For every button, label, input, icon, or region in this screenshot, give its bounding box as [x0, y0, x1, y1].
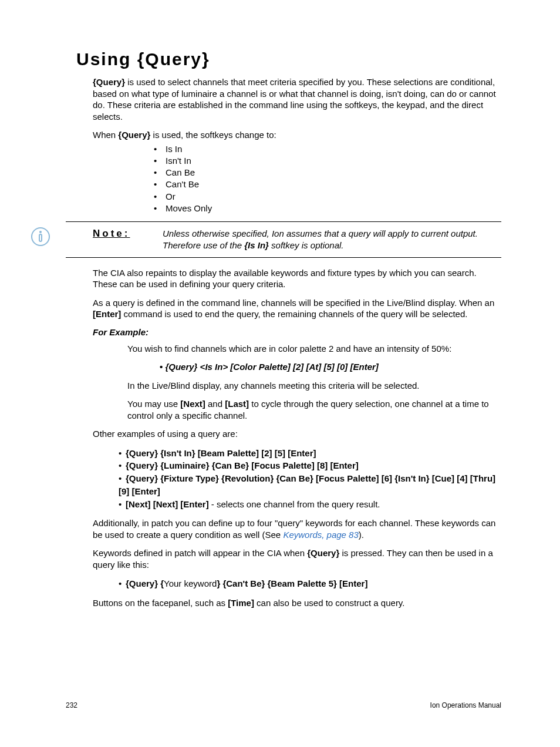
- example-command: • {Query} <Is In> [Color Palette] [2] [A…: [160, 361, 501, 373]
- note-label: Note:: [93, 228, 149, 251]
- text: Keywords defined in patch will appear in…: [93, 548, 307, 558]
- paragraph-facepanel: Buttons on the facepanel, such as [Time]…: [93, 597, 501, 609]
- list-item: Can't Be: [154, 179, 501, 190]
- text-bold: [Next]: [180, 399, 205, 409]
- list-item: Isn't In: [154, 155, 501, 167]
- list-item: {Query} {Isn't In} [Beam Palette] [2] [5…: [119, 447, 501, 460]
- page-number: 232: [66, 701, 77, 709]
- text-bold: {Query} {: [126, 578, 164, 588]
- text: ).: [359, 530, 364, 540]
- list-item: Can Be: [154, 167, 501, 179]
- note-body: Unless otherwise specified, Ion assumes …: [163, 228, 501, 251]
- text: - selects one channel from the query res…: [209, 499, 380, 509]
- text: is used, the softkeys change to:: [150, 130, 276, 140]
- keyword-example-list: {Query} {Your keyword} {Can't Be} {Beam …: [119, 577, 501, 590]
- list-item: {Query} {Your keyword} {Can't Be} {Beam …: [119, 577, 501, 590]
- text-bold: [Time]: [228, 598, 254, 608]
- list-item: {Query} {Fixture Type} {Revolution} {Can…: [119, 472, 501, 498]
- svg-rect-2: [39, 234, 42, 241]
- text: is used to select channels that meet cri…: [93, 77, 496, 122]
- text-bold: {Query} {Isn't In} [Beam Palette] [2] [5…: [126, 448, 316, 458]
- page-title: Using {Query}: [76, 49, 501, 69]
- text: and: [205, 399, 225, 409]
- text: command is used to end the query, the re…: [121, 309, 467, 319]
- text: Buttons on the facepanel, such as: [93, 598, 228, 608]
- text-bold: {Is In}: [244, 240, 269, 250]
- list-item: Is In: [154, 143, 501, 155]
- text-bold: {Query}: [93, 77, 125, 87]
- for-example-label: For Example:: [93, 327, 501, 337]
- text: As a query is defined in the command lin…: [93, 298, 494, 308]
- text-bold: } {Can't Be} {Beam Palette 5} [Enter]: [217, 578, 367, 588]
- list-item: {Query} {Luminaire} {Can Be} [Focus Pale…: [119, 459, 501, 472]
- paragraph-intro: {Query} is used to select channels that …: [93, 76, 501, 122]
- text: When: [93, 130, 118, 140]
- svg-point-1: [39, 231, 42, 233]
- text-bold: {Query} {Luminaire} {Can Be} [Focus Pale…: [126, 460, 359, 470]
- text-bold: {Query}: [307, 548, 339, 558]
- list-item: [Next] [Next] [Enter] - selects one chan…: [119, 498, 501, 511]
- example-intro: You wish to find channels which are in c…: [127, 343, 501, 355]
- list-item: Or: [154, 191, 501, 203]
- text-bold: [Next] [Next] [Enter]: [126, 499, 209, 509]
- text: You may use: [127, 399, 180, 409]
- text-bold: [Last]: [225, 399, 249, 409]
- paragraph-when-query: When {Query} is used, the softkeys chang…: [93, 129, 501, 141]
- text: Your keyword: [164, 578, 217, 588]
- doc-title: Ion Operations Manual: [430, 701, 501, 709]
- text: can also be used to construct a query.: [254, 598, 405, 608]
- text: •: [160, 362, 165, 372]
- paragraph-patch-keywords: Additionally, in patch you can define up…: [93, 517, 501, 540]
- link-keywords-page[interactable]: Keywords, page 83: [283, 530, 358, 540]
- text-bold: {Query} {Fixture Type} {Revolution} {Can…: [119, 473, 495, 496]
- example-next-last: You may use [Next] and [Last] to cycle t…: [127, 398, 501, 421]
- note-block: Note: Unless otherwise specified, Ion as…: [66, 221, 501, 258]
- text: softkey is optional.: [269, 240, 344, 250]
- text-bold: {Query}: [118, 130, 150, 140]
- list-item: Moves Only: [154, 203, 501, 214]
- paragraph-cia: The CIA also repaints to display the ava…: [93, 267, 501, 290]
- query-examples-list: {Query} {Isn't In} [Beam Palette] [2] [5…: [119, 447, 501, 511]
- svg-point-0: [32, 228, 49, 245]
- page-footer: 232 Ion Operations Manual: [66, 701, 501, 709]
- example-result: In the Live/Blind display, any channels …: [127, 380, 501, 392]
- paragraph-keywords-cia: Keywords defined in patch will appear in…: [93, 547, 501, 570]
- text-bold: [Enter]: [93, 309, 121, 319]
- text-italic-bold: {Query} <Is In> [Color Palette] [2] [At]…: [165, 362, 378, 372]
- paragraph-live-blind: As a query is defined in the command lin…: [93, 297, 501, 320]
- softkey-list: Is In Isn't In Can Be Can't Be Or Moves …: [154, 143, 501, 215]
- info-icon: [31, 227, 50, 247]
- paragraph-other-examples: Other examples of using a query are:: [93, 428, 501, 440]
